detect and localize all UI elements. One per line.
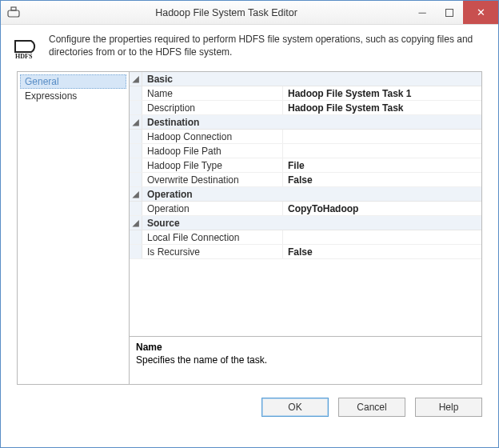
- svg-rect-0: [8, 10, 19, 17]
- property-value[interactable]: Hadoop File System Task: [283, 101, 481, 114]
- property-category[interactable]: ◢Destination: [130, 115, 481, 130]
- svg-text:HDFS: HDFS: [15, 53, 33, 60]
- hdfs-icon: HDFS: [12, 33, 39, 60]
- property-row[interactable]: OperationCopyToHadoop: [130, 202, 481, 216]
- row-gutter: [130, 173, 142, 186]
- property-row[interactable]: Hadoop File Path: [130, 144, 481, 158]
- property-row[interactable]: Overwrite DestinationFalse: [130, 173, 481, 187]
- close-button[interactable]: ✕: [463, 1, 498, 24]
- main-panel: General Expressions ◢BasicNameHadoop Fil…: [17, 71, 482, 385]
- property-value[interactable]: CopyToHadoop: [283, 202, 481, 215]
- row-gutter: [130, 245, 142, 258]
- property-name: Hadoop Connection: [142, 130, 283, 143]
- category-label: Source: [142, 216, 283, 230]
- header-description: Configure the properties required to per…: [49, 33, 485, 58]
- property-row[interactable]: Local File Connection: [130, 230, 481, 245]
- title-bar: Hadoop File System Task Editor ─ ✕: [1, 1, 498, 25]
- header: HDFS Configure the properties required t…: [1, 25, 498, 71]
- row-gutter: [130, 101, 142, 114]
- collapse-icon[interactable]: ◢: [130, 115, 142, 129]
- property-name: Description: [142, 101, 283, 114]
- row-gutter: [130, 86, 142, 100]
- property-value[interactable]: [283, 230, 481, 244]
- property-name: Name: [142, 86, 283, 100]
- property-name: Overwrite Destination: [142, 173, 283, 186]
- property-row[interactable]: DescriptionHadoop File System Task: [130, 101, 481, 115]
- property-value[interactable]: False: [283, 173, 481, 186]
- property-row[interactable]: Hadoop File TypeFile: [130, 158, 481, 173]
- collapse-icon[interactable]: ◢: [130, 72, 142, 86]
- category-label: Operation: [142, 187, 283, 201]
- property-value[interactable]: False: [283, 245, 481, 258]
- collapse-icon[interactable]: ◢: [130, 187, 142, 201]
- property-description-text: Specifies the name of the task.: [136, 354, 475, 366]
- cancel-button[interactable]: Cancel: [338, 398, 405, 417]
- maximize-button[interactable]: [436, 1, 463, 24]
- svg-rect-2: [446, 9, 453, 16]
- property-row[interactable]: Is RecursiveFalse: [130, 245, 481, 259]
- property-description-title: Name: [136, 342, 475, 353]
- property-value[interactable]: [283, 130, 481, 143]
- property-name: Operation: [142, 202, 283, 215]
- svg-rect-1: [11, 7, 16, 10]
- row-gutter: [130, 230, 142, 244]
- property-row[interactable]: Hadoop Connection: [130, 130, 481, 144]
- row-gutter: [130, 130, 142, 143]
- help-button[interactable]: Help: [415, 398, 482, 417]
- property-name: Local File Connection: [142, 230, 283, 244]
- property-value[interactable]: Hadoop File System Task 1: [283, 86, 481, 100]
- collapse-icon[interactable]: ◢: [130, 216, 142, 230]
- property-value[interactable]: [283, 144, 481, 158]
- property-pane: ◢BasicNameHadoop File System Task 1Descr…: [130, 72, 481, 384]
- nav-item-expressions[interactable]: Expressions: [20, 89, 126, 103]
- property-name: Is Recursive: [142, 245, 283, 258]
- property-value[interactable]: File: [283, 158, 481, 172]
- row-gutter: [130, 158, 142, 172]
- row-gutter: [130, 144, 142, 158]
- property-name: Hadoop File Type: [142, 158, 283, 172]
- app-icon: [7, 6, 20, 19]
- row-gutter: [130, 202, 142, 215]
- property-name: Hadoop File Path: [142, 144, 283, 158]
- property-category[interactable]: ◢Operation: [130, 187, 481, 202]
- property-description-pane: Name Specifies the name of the task.: [130, 336, 481, 384]
- minimize-button[interactable]: ─: [409, 1, 436, 24]
- dialog-buttons: OK Cancel Help: [1, 385, 498, 417]
- property-category[interactable]: ◢Source: [130, 216, 481, 230]
- property-row[interactable]: NameHadoop File System Task 1: [130, 86, 481, 101]
- category-label: Destination: [142, 115, 283, 129]
- category-nav: General Expressions: [18, 72, 130, 384]
- property-grid[interactable]: ◢BasicNameHadoop File System Task 1Descr…: [130, 72, 481, 336]
- category-label: Basic: [142, 72, 283, 86]
- nav-item-general[interactable]: General: [20, 74, 126, 89]
- ok-button[interactable]: OK: [261, 398, 329, 417]
- property-category[interactable]: ◢Basic: [130, 72, 481, 86]
